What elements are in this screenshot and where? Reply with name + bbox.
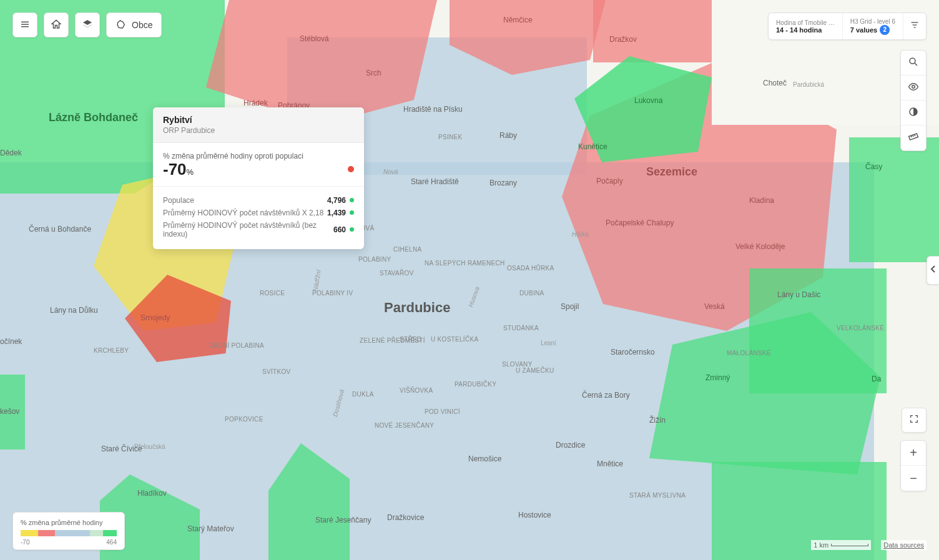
popup-stat-value: 1,439 — [327, 209, 354, 217]
obce-button-label: Obce — [132, 20, 152, 30]
status-dot-red — [348, 166, 354, 172]
popup-header: Rybitví ORP Pardubice — [153, 107, 364, 143]
zoom-control: + − — [900, 440, 927, 491]
data-sources-link[interactable]: Data sources — [881, 540, 927, 550]
dot-green-icon — [350, 210, 354, 215]
svg-line-14 — [915, 134, 915, 136]
menu-button[interactable] — [12, 12, 37, 37]
legend-range: -70 464 — [21, 539, 117, 546]
chevron-right-icon — [930, 265, 937, 276]
fullscreen-button[interactable] — [902, 408, 927, 433]
layers-icon — [82, 19, 93, 32]
popup-metric-value: -70% — [163, 160, 194, 179]
layers-button[interactable] — [75, 12, 100, 37]
measure-button[interactable] — [901, 125, 926, 150]
filter-h3grid-label: H3 Grid - level 6 — [850, 18, 895, 25]
zoom-in-button[interactable]: + — [901, 441, 926, 466]
feature-popup: Rybitví ORP Pardubice % změna průměrné h… — [153, 107, 364, 249]
filter-h3grid-value: 7 values — [850, 26, 877, 34]
theme-button[interactable] — [901, 101, 926, 125]
popup-stat-value: 4,796 — [327, 196, 354, 205]
popup-subtitle: ORP Pardubice — [163, 126, 354, 135]
popup-metric-label: % změna průměrné hodiny oproti populaci — [163, 152, 354, 160]
scale-label: 1 km — [814, 541, 828, 549]
right-tools — [900, 50, 927, 151]
legend-max: 464 — [106, 539, 117, 546]
filter-hodina-label: Hodina of Tmobile … — [776, 19, 835, 26]
popup-metric-number: -70 — [163, 160, 187, 179]
dot-green-icon — [350, 227, 354, 232]
expand-panel-button[interactable] — [927, 256, 939, 285]
menu-icon — [19, 19, 31, 32]
svg-line-12 — [911, 135, 912, 137]
half-circle-icon — [908, 106, 919, 120]
filter-badge: 2 — [880, 25, 890, 35]
dot-green-icon — [350, 198, 354, 202]
popup-stat-label: Průměrný HODINOVÝ počet návštěvníků X 2,… — [163, 209, 323, 217]
legend: % změna průměrné hodiny -70 464 — [12, 512, 125, 550]
legend-title: % změna průměrné hodiny — [21, 519, 117, 526]
map-background[interactable] — [0, 0, 939, 560]
filter-h3grid[interactable]: H3 Grid - level 6 7 values 2 — [843, 13, 903, 39]
popup-stat-row: Populace 4,796 — [163, 194, 354, 207]
popup-title: Rybitví — [163, 115, 354, 125]
visibility-button[interactable] — [901, 76, 926, 101]
plus-icon: + — [910, 446, 917, 460]
top-left-toolbar: Obce — [12, 12, 162, 37]
filter-icon — [910, 20, 920, 32]
popup-stat-label: Populace — [163, 196, 194, 205]
eye-icon — [908, 81, 919, 95]
filter-hodina[interactable]: Hodina of Tmobile … 14 - 14 hodina — [769, 13, 843, 39]
legend-gradient — [21, 530, 117, 536]
popup-metric-unit: % — [187, 167, 194, 177]
bottom-right-controls: + − — [900, 408, 927, 491]
scale-bar: 1 km — [811, 540, 871, 550]
popup-stat-row: Průměrný HODINOVÝ počet návštěvníků (bez… — [163, 219, 354, 240]
svg-line-13 — [913, 135, 913, 137]
svg-point-9 — [912, 85, 915, 88]
home-icon — [51, 19, 62, 32]
search-icon — [908, 56, 919, 70]
svg-line-8 — [915, 63, 917, 66]
svg-point-7 — [910, 58, 915, 64]
svg-marker-3 — [83, 20, 92, 25]
popup-stat-row: Průměrný HODINOVÝ počet návštěvníků X 2,… — [163, 207, 354, 219]
legend-min: -70 — [21, 539, 29, 546]
popup-stat-value: 660 — [333, 225, 354, 234]
home-button[interactable] — [44, 12, 69, 37]
search-button[interactable] — [901, 51, 926, 76]
obce-button[interactable]: Obce — [106, 12, 162, 37]
minus-icon: − — [910, 471, 917, 486]
zoom-out-button[interactable]: − — [901, 466, 926, 491]
popup-body: % změna průměrné hodiny oproti populaci … — [153, 143, 364, 249]
filter-hodina-value: 14 - 14 hodina — [776, 26, 835, 34]
map-container: Pardubice Sezemice Lázně Bohdaneč Stéblo… — [0, 0, 939, 560]
popup-divider — [153, 186, 364, 187]
filter-settings-button[interactable] — [903, 13, 926, 39]
scale-attribution: 1 km Data sources — [811, 540, 927, 550]
filter-panel: Hodina of Tmobile … 14 - 14 hodina H3 Gr… — [768, 12, 927, 40]
popup-stat-label: Průměrný HODINOVÝ počet návštěvníků (bez… — [163, 221, 333, 238]
polygon-icon — [116, 19, 127, 32]
fullscreen-icon — [909, 414, 919, 426]
ruler-icon — [908, 131, 919, 145]
